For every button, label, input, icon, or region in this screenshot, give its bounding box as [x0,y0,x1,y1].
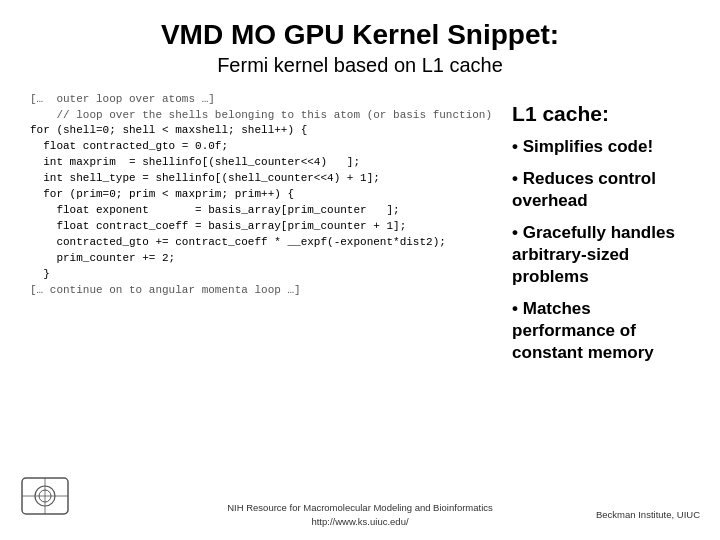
code-line: int maxprim = shellinfo[(shell_counter<<… [30,155,492,171]
footer-center: NIH Resource for Macromolecular Modeling… [227,501,493,528]
code-line: } [30,267,492,283]
bullet-item: • Reduces control overhead [512,168,690,212]
footer: NIH Resource for Macromolecular Modeling… [0,501,720,528]
right-panel: L1 cache: • Simplifies code!• Reduces co… [502,92,690,375]
footer-center-line1: NIH Resource for Macromolecular Modeling… [227,501,493,514]
footer-logo [20,476,70,520]
subtitle: Fermi kernel based on L1 cache [30,52,690,78]
code-line: int shell_type = shellinfo[(shell_counte… [30,171,492,187]
code-line: float exponent = basis_array[prim_counte… [30,203,492,219]
cache-heading: L1 cache: [512,102,690,126]
footer-right: Beckman Institute, UIUC [596,509,700,520]
code-line: for (shell=0; shell < maxshell; shell++)… [30,123,492,139]
code-line: [… continue on to angular momenta loop …… [30,283,492,299]
code-line: [… outer loop over atoms …] [30,92,492,108]
content-area: [… outer loop over atoms …] // loop over… [30,92,690,375]
code-line: contracted_gto += contract_coeff * __exp… [30,235,492,251]
code-panel: [… outer loop over atoms …] // loop over… [30,92,492,375]
footer-center-line2: http://www.ks.uiuc.edu/ [227,515,493,528]
code-line: // loop over the shells belonging to thi… [30,108,492,124]
code-line: float contracted_gto = 0.0f; [30,139,492,155]
slide: VMD MO GPU Kernel Snippet: Fermi kernel … [0,0,720,540]
code-line: prim_counter += 2; [30,251,492,267]
bullet-item: • Simplifies code! [512,136,690,158]
code-line: for (prim=0; prim < maxprim; prim++) { [30,187,492,203]
bullet-item: • Gracefully handles arbitrary-sized pro… [512,222,690,288]
code-line: float contract_coeff = basis_array[prim_… [30,219,492,235]
main-title: VMD MO GPU Kernel Snippet: [30,18,690,52]
title-block: VMD MO GPU Kernel Snippet: Fermi kernel … [30,18,690,78]
bullet-item: • Matches performance of constant memory [512,298,690,364]
